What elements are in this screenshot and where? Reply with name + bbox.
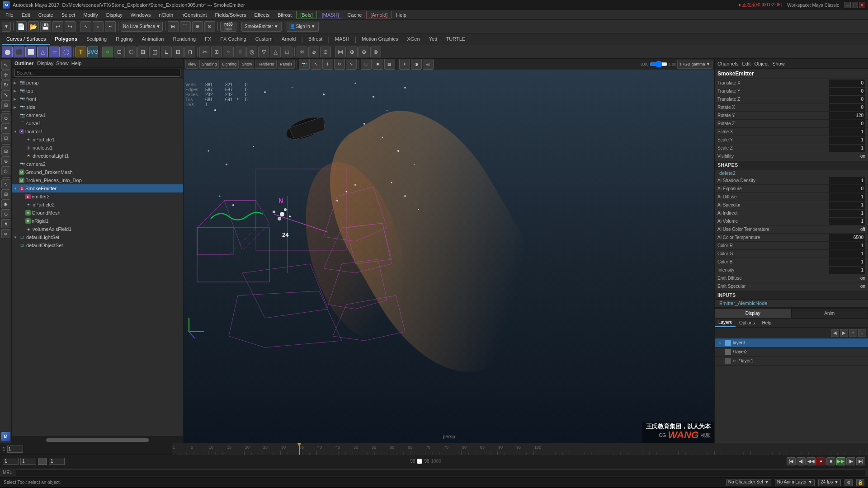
nurbs-cone-button[interactable]: △ xyxy=(37,47,48,57)
rotate-tool-left[interactable]: ↻ xyxy=(1,80,10,89)
vp-ao-btn[interactable]: ◎ xyxy=(423,59,434,70)
prop-input[interactable] xyxy=(829,234,865,241)
prop-input[interactable] xyxy=(829,258,865,266)
snap-together-left[interactable]: ⊕ xyxy=(1,156,10,165)
outliner-item-side[interactable]: ▶ 📷 side xyxy=(12,103,183,111)
prop-input[interactable] xyxy=(829,112,865,119)
go-end-button[interactable]: ▶| xyxy=(856,457,865,465)
nurbs-cube-button[interactable]: ⬛ xyxy=(14,47,24,57)
sculpt-left[interactable]: ✒ xyxy=(1,123,10,132)
poly-sphere-button[interactable]: ○ xyxy=(102,47,113,57)
range-checkbox[interactable] xyxy=(417,459,422,464)
blend-shape-left[interactable]: ∞ xyxy=(1,229,10,238)
ik-handle-left[interactable]: ↯ xyxy=(1,219,10,228)
open-file-button[interactable]: 📂 xyxy=(28,21,39,32)
tab-anim[interactable]: Anim xyxy=(792,309,868,318)
merge-button[interactable]: ⋈ xyxy=(335,47,346,57)
lasso-tool-button[interactable]: ○ xyxy=(93,21,104,32)
scale-tool-left[interactable]: ⤡ xyxy=(1,90,10,99)
current-frame-input[interactable] xyxy=(3,458,19,465)
outliner-scrollbar[interactable] xyxy=(12,436,183,443)
nurbs-plane-button[interactable]: ▱ xyxy=(49,47,60,57)
reduce-button[interactable]: ▽ xyxy=(258,47,269,57)
outliner-menu-display[interactable]: Display xyxy=(37,61,53,66)
tab-sculpting[interactable]: Sculpting xyxy=(82,34,111,45)
tab-rendering[interactable]: Rendering xyxy=(168,34,200,45)
nurbs-torus-button[interactable]: ◯ xyxy=(61,47,71,57)
go-start-button[interactable]: |◀ xyxy=(787,457,796,465)
status-lock-button[interactable]: 🔒 xyxy=(856,479,864,486)
stop-button[interactable]: ■ xyxy=(826,457,835,465)
render-settings-button[interactable]: 🎬 xyxy=(220,22,236,32)
step-back-button[interactable]: ◀| xyxy=(797,457,806,465)
select-tool-button[interactable]: ↖ xyxy=(80,21,91,32)
poly-bevel-button[interactable]: ⬡ xyxy=(126,47,137,57)
menu-ncloth[interactable]: nCloth xyxy=(155,11,177,19)
menu-mash[interactable]: [MASH] xyxy=(318,11,343,19)
menu-select[interactable]: Select xyxy=(58,11,79,19)
prop-input[interactable] xyxy=(829,210,865,217)
tab-xgen[interactable]: XGen xyxy=(402,34,424,45)
prop-input[interactable] xyxy=(829,136,865,144)
prop-input[interactable] xyxy=(829,250,865,258)
prop-input[interactable] xyxy=(829,218,865,225)
vp-rotate-btn[interactable]: ↻ xyxy=(334,59,345,70)
minimize-button[interactable]: ─ xyxy=(844,2,851,8)
render-region-left[interactable]: ⊟ xyxy=(1,146,10,155)
restore-button[interactable]: □ xyxy=(852,2,858,8)
edit-menu[interactable]: Edit xyxy=(742,61,750,66)
edge-flow-button[interactable]: ~ xyxy=(223,47,234,57)
outliner-search-input[interactable] xyxy=(14,69,180,77)
poly-mirror-button[interactable]: ◫ xyxy=(149,47,160,57)
outliner-menu-help[interactable]: Help xyxy=(71,61,82,66)
vp-menu-shading[interactable]: Shading xyxy=(199,60,219,69)
viewport-canvas[interactable]: Verts 381 321 0 Edges 587 587 0 Faces 23… xyxy=(184,70,714,443)
layers-prev-btn[interactable]: ◀ xyxy=(831,329,839,337)
step-forward-button[interactable]: |▶ xyxy=(846,457,855,465)
tab-bifrost[interactable]: Bifrost xyxy=(304,34,327,45)
vp-camera-btn[interactable]: 📷 xyxy=(299,59,310,70)
close-button[interactable]: ✕ xyxy=(859,2,865,8)
tab-curves-surfaces[interactable]: Curves / Surfaces xyxy=(2,34,50,45)
menu-arnold[interactable]: [Arnold] xyxy=(366,11,392,19)
sign-in-button[interactable]: 👤 Sign In ▼ xyxy=(287,22,319,32)
tab-custom[interactable]: Custom xyxy=(251,34,277,45)
tab-arnold[interactable]: Arnold xyxy=(277,34,301,45)
vp-wireframe-btn[interactable]: □ xyxy=(361,59,372,70)
outliner-item-nrigid1[interactable]: R nRigid1 xyxy=(12,217,183,225)
prop-input[interactable] xyxy=(829,242,865,249)
snap-curve-button[interactable]: ⌒ xyxy=(180,21,191,32)
vp-scale-btn[interactable]: ⤡ xyxy=(346,59,357,70)
layers-next-btn[interactable]: ▶ xyxy=(840,329,848,337)
tab-motion-graphics[interactable]: Motion Graphics xyxy=(357,34,402,45)
outliner-item-nparticle2[interactable]: ✦ nParticle2 xyxy=(12,201,183,209)
vp-light-btn[interactable]: ☀ xyxy=(399,59,410,70)
move-tool-left[interactable]: ✛ xyxy=(1,70,10,80)
vp-smooth-shade-btn[interactable]: ■ xyxy=(373,59,383,70)
poly-boolean-diff-button[interactable]: ⊟ xyxy=(173,47,184,57)
nurbs-sphere-button[interactable]: ⬤ xyxy=(2,47,13,57)
menu-file[interactable]: File xyxy=(2,11,17,19)
layer-item-layer3[interactable]: V layer3 xyxy=(715,338,868,347)
tab-fx[interactable]: FX xyxy=(200,34,216,45)
show-manip-left[interactable]: ⊡ xyxy=(1,133,10,142)
curves-left[interactable]: ∿ xyxy=(1,179,10,188)
sculpt-button[interactable]: ⌀ xyxy=(308,47,319,57)
outliner-item-locator1[interactable]: ▼ ✕ locator1 xyxy=(12,127,183,136)
tab-polygons[interactable]: Polygons xyxy=(50,34,82,45)
current-frame-display[interactable] xyxy=(20,458,36,465)
prop-input[interactable] xyxy=(829,145,865,152)
layer-item-layer1[interactable]: R / layer1 xyxy=(715,357,868,366)
poly-extrude-button[interactable]: ⊡ xyxy=(114,47,125,57)
vp-menu-show[interactable]: Show xyxy=(240,60,255,69)
menu-fields[interactable]: Fields/Solvers xyxy=(211,11,250,19)
redo-button[interactable]: ↪ xyxy=(65,21,75,32)
show-menu[interactable]: Show xyxy=(772,61,785,66)
layers-delete-btn[interactable]: - xyxy=(858,329,866,337)
prop-input[interactable] xyxy=(829,177,865,184)
outliner-item-groundmesh[interactable]: M GroundMesh xyxy=(12,209,183,217)
snap-point-button[interactable]: ⊕ xyxy=(192,21,203,32)
vp-move-btn[interactable]: ✛ xyxy=(322,59,333,70)
make-live-left[interactable]: ◎ xyxy=(1,166,10,175)
live-surface-dropdown[interactable]: No Live Surface ▼ xyxy=(121,22,163,32)
